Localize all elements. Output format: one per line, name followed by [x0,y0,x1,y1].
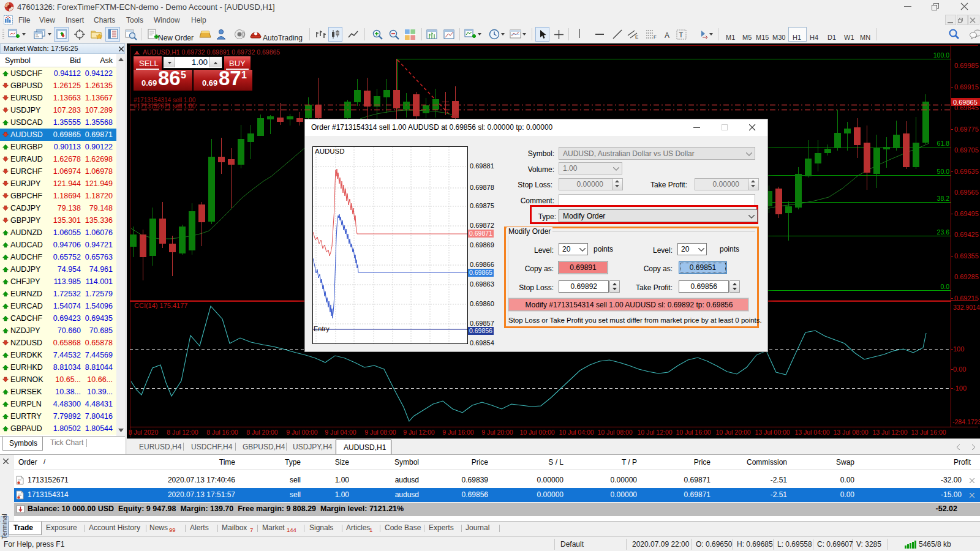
svg-text:13 Jul 04:00: 13 Jul 04:00 [794,429,829,436]
svg-text:F: F [654,34,657,39]
svg-text:13 Jul 00:00: 13 Jul 00:00 [755,429,790,436]
svg-text:10 Jul 04:00: 10 Jul 04:00 [559,429,594,436]
svg-text:10 Jul 16:00: 10 Jul 16:00 [676,429,710,436]
svg-text:8 Jul 2020: 8 Jul 2020 [129,429,159,436]
svg-text:0.69355: 0.69355 [954,252,979,260]
svg-text:10 Jul 12:00: 10 Jul 12:00 [637,429,672,436]
svg-text:-100: -100 [953,384,967,392]
svg-text:#1713152671 sell 1.00: #1713152671 sell 1.00 [134,103,196,110]
svg-text:0.69985: 0.69985 [954,62,979,69]
svg-text:50.0: 50.0 [937,168,950,175]
svg-text:0.69285: 0.69285 [954,273,979,280]
svg-text:10 Jul 20:00: 10 Jul 20:00 [715,429,750,436]
svg-text:0.69565: 0.69565 [954,189,979,196]
svg-text:CCI(14) 175.4177: CCI(14) 175.4177 [134,302,187,309]
svg-text:9 Jul 04:00: 9 Jul 04:00 [325,429,356,436]
svg-text:0.69865: 0.69865 [953,99,978,106]
svg-text:9 Jul 08:00: 9 Jul 08:00 [364,429,396,436]
svg-text:332.9014: 332.9014 [953,304,980,311]
svg-text:0.69915: 0.69915 [954,83,979,91]
svg-text:9 Jul 16:00: 9 Jul 16:00 [442,429,474,436]
svg-text:100: 100 [953,345,964,353]
svg-text:100.0: 100.0 [933,51,949,59]
svg-text:0.00: 0.00 [953,365,966,373]
svg-text:0.69425: 0.69425 [954,231,979,238]
svg-text:8 Jul 20:00: 8 Jul 20:00 [246,429,278,436]
svg-text:8 Jul 16:00: 8 Jul 16:00 [206,429,238,436]
svg-text:23.6: 23.6 [937,228,950,236]
svg-text:T: T [679,31,684,39]
svg-text:38.2: 38.2 [937,195,950,202]
svg-text:AUDUSD,H1 0.69732 0.69891 0.6: AUDUSD,H1 0.69732 0.69891 0.69732 0.6986… [143,48,280,56]
svg-text:0.69495: 0.69495 [954,210,979,217]
svg-text:9 Jul 20:00: 9 Jul 20:00 [481,429,513,436]
svg-text:-284.1723: -284.1723 [952,418,980,425]
svg-text:13 Jul 08:00: 13 Jul 08:00 [833,429,868,436]
svg-text:0.0: 0.0 [940,283,949,290]
svg-text:8 Jul 12:00: 8 Jul 12:00 [167,429,198,436]
svg-text:10 Jul 08:00: 10 Jul 08:00 [597,429,632,436]
svg-text:9 Jul 12:00: 9 Jul 12:00 [403,429,435,436]
svg-text:10 Jul 00:00: 10 Jul 00:00 [519,429,554,436]
svg-text:9 Jul 00:00: 9 Jul 00:00 [286,429,318,436]
svg-text:0.69705: 0.69705 [954,146,979,154]
svg-text:0.69635: 0.69635 [954,168,979,175]
svg-text:13 Jul 12:00: 13 Jul 12:00 [872,429,907,436]
svg-text:13 Jul 16:00: 13 Jul 16:00 [911,429,946,436]
svg-text:0.69775: 0.69775 [954,126,979,133]
svg-text:61.8: 61.8 [937,140,950,147]
svg-text:E: E [635,34,638,39]
